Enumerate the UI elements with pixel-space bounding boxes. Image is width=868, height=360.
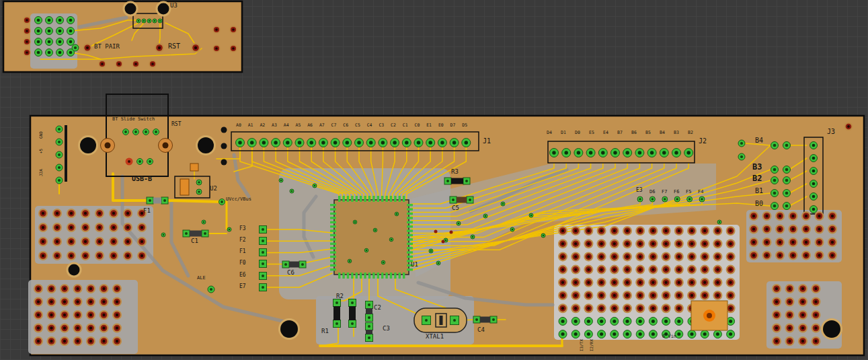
pcb-render xyxy=(0,0,868,360)
u2-body xyxy=(180,179,189,195)
pcb-editor-canvas[interactable]: BT Slide SwitchRSTUSB-BU2UVcc/VBusF1C1J1… xyxy=(0,0,868,360)
xtal1-crystal xyxy=(414,308,467,332)
highlighted-pad xyxy=(691,301,727,330)
u1-qfp-chip xyxy=(330,196,413,279)
